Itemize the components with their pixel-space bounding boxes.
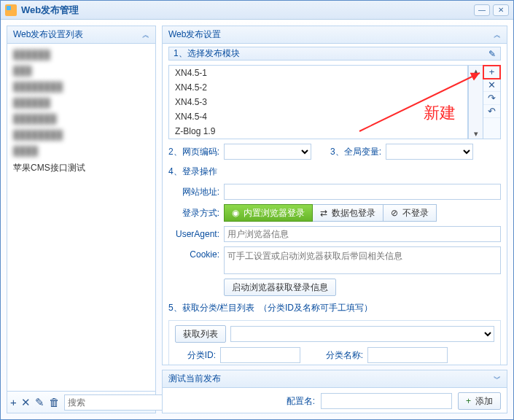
cookie-label: Cookie: xyxy=(168,246,219,260)
titlebar: Web发布管理 — ✕ xyxy=(1,1,513,20)
login-row: 登录方式: ◉ 内置浏览器登录 ⇄ 数据包登录 ⊘ xyxy=(168,204,501,222)
configname-label: 配置名: xyxy=(287,395,315,408)
ban-icon: ⊘ xyxy=(391,208,398,218)
settings-header-text: Web发布设置 xyxy=(168,28,221,41)
step5-label: 5、获取分类/栏目列表 xyxy=(168,302,254,314)
login-none-button[interactable]: ⊘ 不登录 xyxy=(383,204,437,222)
module-redo-button[interactable]: ↷ xyxy=(483,92,500,105)
expand-icon[interactable]: ︾ xyxy=(494,374,501,384)
configname-input[interactable] xyxy=(321,393,452,409)
list-item[interactable]: ██████ xyxy=(12,47,151,63)
launch-browser-button[interactable]: 启动浏览器获取登录信息 xyxy=(224,279,336,296)
catname-label: 分类名称: xyxy=(319,349,363,362)
getlist-row: 获取列表 xyxy=(175,325,494,343)
globalvar-select[interactable] xyxy=(386,144,473,160)
left-panel-header: Web发布设置列表 ︽ xyxy=(7,26,155,44)
module-scrollbar[interactable]: ▴ ▾ xyxy=(468,66,483,139)
add-config-button[interactable]: + xyxy=(10,396,17,409)
module-list[interactable]: XN4.5-1XN4.5-2XN4.5-3XN4.5-4Z-Blog 1.9 xyxy=(169,66,468,139)
minimize-button[interactable]: — xyxy=(474,4,490,16)
module-new-button[interactable]: + xyxy=(483,66,500,79)
login-builtin-button[interactable]: ◉ 内置浏览器登录 xyxy=(224,204,313,222)
trash-config-button[interactable]: 🗑 xyxy=(49,396,60,409)
list-item[interactable]: ████████ xyxy=(12,127,151,143)
category-select[interactable] xyxy=(230,326,494,342)
login-mode-segment: ◉ 内置浏览器登录 ⇄ 数据包登录 ⊘ 不登录 xyxy=(224,204,437,222)
list-item[interactable]: ████ xyxy=(12,143,151,159)
plus-icon: + xyxy=(466,396,471,406)
list-item[interactable]: ███ xyxy=(12,63,151,79)
catid-label: 分类ID: xyxy=(175,349,216,362)
module-selector: XN4.5-1XN4.5-2XN4.5-3XN4.5-4Z-Blog 1.9 ▴… xyxy=(168,65,501,139)
ua-input[interactable] xyxy=(224,226,501,242)
get-list-button[interactable]: 获取列表 xyxy=(175,325,226,343)
login-packet-button[interactable]: ⇄ 数据包登录 xyxy=(313,204,383,222)
launch-row: 启动浏览器获取登录信息 xyxy=(168,279,501,296)
encoding-select[interactable] xyxy=(224,144,311,160)
settings-section: Web发布设置 ︽ 1、选择发布模块 ✎ XN4.5-1XN4.5-2XN4.5… xyxy=(162,26,507,365)
cookie-input[interactable] xyxy=(224,246,501,274)
test-section: 测试当前发布 ︾ 配置名: + 添加 xyxy=(162,370,507,413)
close-button[interactable]: ✕ xyxy=(493,4,509,16)
module-option[interactable]: XN4.5-2 xyxy=(169,80,467,95)
step1-label: 1、选择发布模块 xyxy=(174,47,240,60)
url-label: 网站地址: xyxy=(168,186,219,198)
list-item[interactable]: ████████ xyxy=(12,79,151,95)
scroll-down-icon[interactable]: ▾ xyxy=(469,128,483,139)
settings-header: Web发布设置 ︽ xyxy=(163,26,507,44)
add-button[interactable]: + 添加 xyxy=(458,392,501,410)
list-item[interactable]: ███████ xyxy=(12,111,151,127)
step3-label: 3、全局变量: xyxy=(330,146,381,158)
scroll-up-icon[interactable]: ▴ xyxy=(469,66,483,76)
left-toolbar: + ✕ ✎ 🗑 🔍 xyxy=(7,391,155,413)
module-undo-button[interactable]: ↶ xyxy=(483,105,500,118)
window-title: Web发布管理 xyxy=(21,4,79,17)
edit-config-button[interactable]: ✎ xyxy=(35,396,44,409)
test-header: 测试当前发布 ︾ xyxy=(163,370,507,388)
login-label: 登录方式: xyxy=(168,207,219,219)
left-panel: Web发布设置列表 ︽ ████████████████████████████… xyxy=(7,26,156,413)
edit-module-icon[interactable]: ✎ xyxy=(488,49,496,59)
url-input[interactable] xyxy=(224,184,501,200)
ua-label: UserAgent: xyxy=(168,229,219,239)
ua-row: UserAgent: xyxy=(168,226,501,242)
collapse-icon[interactable]: ︽ xyxy=(142,30,149,40)
module-toolbar: + ✕ ↷ ↶ xyxy=(483,66,500,139)
add-label: 添加 xyxy=(475,395,493,408)
login-builtin-label: 内置浏览器登录 xyxy=(244,207,305,219)
catname-input[interactable] xyxy=(367,347,448,363)
config-list: ████████████████████████████████████████… xyxy=(7,44,155,391)
catid-input[interactable] xyxy=(220,347,300,363)
cat-row: 分类ID: 分类名称: xyxy=(175,347,494,363)
module-option[interactable]: XN4.5-4 xyxy=(169,109,467,124)
test-header-text: 测试当前发布 xyxy=(168,373,221,385)
module-option[interactable]: XN4.5-3 xyxy=(169,95,467,109)
left-header-text: Web发布设置列表 xyxy=(13,28,83,41)
module-option[interactable]: XN4.5-1 xyxy=(169,66,467,80)
step5-row: 5、获取分类/栏目列表 （分类ID及名称可手工填写） xyxy=(168,300,501,316)
step5-hint: （分类ID及名称可手工填写） xyxy=(259,302,373,314)
right-panel: Web发布设置 ︽ 1、选择发布模块 ✎ XN4.5-1XN4.5-2XN4.5… xyxy=(162,26,507,413)
module-option[interactable]: Z-Blog 1.9 xyxy=(169,124,467,139)
list-item[interactable]: ██████ xyxy=(12,95,151,111)
login-none-label: 不登录 xyxy=(402,207,429,219)
settings-body: 1、选择发布模块 ✎ XN4.5-1XN4.5-2XN4.5-3XN4.5-4Z… xyxy=(163,44,507,365)
delete-config-button[interactable]: ✕ xyxy=(21,396,31,409)
step1-header: 1、选择发布模块 ✎ xyxy=(168,47,501,61)
list-item[interactable]: 苹果CMS接口测试 xyxy=(12,159,151,177)
launch-browser-label: 启动浏览器获取登录信息 xyxy=(232,281,328,294)
cookie-row: Cookie: xyxy=(168,246,501,274)
category-fieldset: 获取列表 分类ID: 分类名称: xyxy=(168,320,501,365)
body: Web发布设置列表 ︽ ████████████████████████████… xyxy=(1,20,513,419)
globe-icon: ◉ xyxy=(232,208,239,218)
encoding-row: 2、网页编码: 3、全局变量: xyxy=(168,144,501,160)
collapse-icon[interactable]: ︽ xyxy=(494,30,501,40)
login-packet-label: 数据包登录 xyxy=(332,207,375,219)
url-row: 网站地址: xyxy=(168,184,501,200)
get-list-label: 获取列表 xyxy=(183,328,218,341)
module-delete-button[interactable]: ✕ xyxy=(483,79,500,92)
step2-label: 2、网页编码: xyxy=(168,146,219,158)
footer-row: 配置名: + 添加 xyxy=(163,388,507,411)
app-window: Web发布管理 — ✕ Web发布设置列表 ︽ ████████████████… xyxy=(0,0,514,420)
shuffle-icon: ⇄ xyxy=(320,208,327,218)
